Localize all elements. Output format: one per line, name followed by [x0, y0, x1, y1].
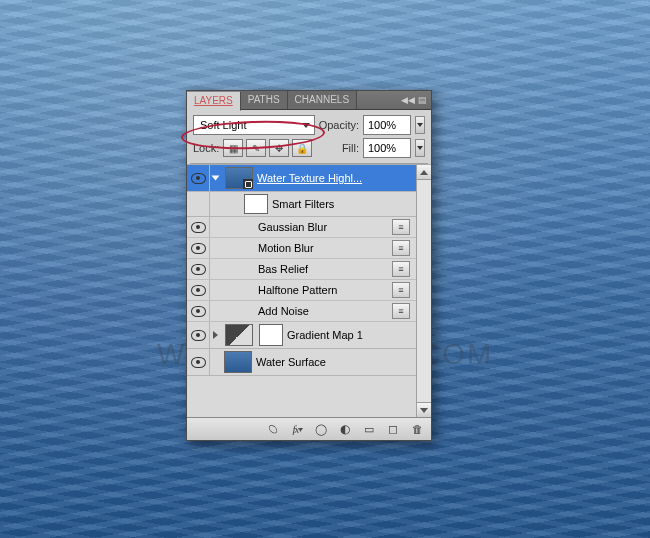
- filter-name: Motion Blur: [258, 242, 392, 254]
- filter-options-icon[interactable]: ≡: [392, 219, 410, 235]
- visibility-toggle[interactable]: [187, 280, 210, 300]
- layer-mask-thumbnail[interactable]: [259, 324, 283, 346]
- tab-paths[interactable]: PATHS: [241, 91, 288, 109]
- fill-flyout-icon[interactable]: [415, 139, 425, 157]
- filter-add-noise[interactable]: Add Noise ≡: [187, 301, 416, 322]
- layer-name[interactable]: Water Texture Highl...: [257, 172, 416, 184]
- fill-value: 100%: [368, 142, 396, 154]
- eye-icon: [191, 222, 206, 233]
- layer-thumbnail[interactable]: [225, 167, 253, 189]
- new-group-icon[interactable]: [359, 421, 379, 437]
- blend-mode-value: Soft Light: [200, 119, 246, 131]
- eye-icon: [191, 306, 206, 317]
- new-layer-icon[interactable]: [383, 421, 403, 437]
- opacity-input[interactable]: 100%: [363, 115, 411, 135]
- filter-options-icon[interactable]: ≡: [392, 282, 410, 298]
- opacity-value: 100%: [368, 119, 396, 131]
- lock-position-icon[interactable]: ✥: [269, 139, 289, 157]
- eye-icon: [191, 330, 206, 341]
- layer-name[interactable]: Water Surface: [256, 356, 416, 368]
- visibility-toggle[interactable]: [187, 301, 210, 321]
- link-layers-icon[interactable]: [263, 421, 283, 437]
- layer-thumbnail[interactable]: [224, 351, 252, 373]
- filter-name: Halftone Pattern: [258, 284, 392, 296]
- blend-mode-select[interactable]: Soft Light: [193, 115, 315, 135]
- blend-opacity-row: Soft Light Opacity: 100%: [187, 110, 431, 138]
- opacity-flyout-icon[interactable]: [415, 116, 425, 134]
- scroll-up-icon[interactable]: [417, 165, 431, 180]
- lock-transparency-icon[interactable]: ▦: [223, 139, 243, 157]
- layers-list: Water Texture Highl... Smart Filters Gau…: [187, 165, 416, 417]
- filter-options-icon[interactable]: ≡: [392, 261, 410, 277]
- smart-filters-header[interactable]: Smart Filters: [187, 192, 416, 217]
- eye-icon: [191, 173, 206, 184]
- lock-pixels-icon[interactable]: ✎: [246, 139, 266, 157]
- filter-options-icon[interactable]: ≡: [392, 240, 410, 256]
- layers-panel: LAYERS PATHS CHANNELS ◀◀ ▤ Soft Light Op…: [186, 90, 432, 441]
- layers-scrollbar[interactable]: [416, 165, 431, 417]
- scroll-track[interactable]: [417, 180, 431, 402]
- eye-icon: [191, 243, 206, 254]
- add-mask-icon[interactable]: [311, 421, 331, 437]
- visibility-toggle[interactable]: [187, 165, 210, 191]
- delete-layer-icon[interactable]: [407, 421, 427, 437]
- visibility-toggle[interactable]: [187, 192, 210, 216]
- filter-name: Gaussian Blur: [258, 221, 392, 233]
- tab-channels[interactable]: CHANNELS: [288, 91, 357, 109]
- filter-bas-relief[interactable]: Bas Relief ≡: [187, 259, 416, 280]
- adjustment-thumbnail[interactable]: [225, 324, 253, 346]
- smart-filters-mask-thumbnail[interactable]: [244, 194, 268, 214]
- scroll-down-icon[interactable]: [417, 402, 431, 417]
- visibility-toggle[interactable]: [187, 217, 210, 237]
- filter-options-icon[interactable]: ≡: [392, 303, 410, 319]
- expand-icon[interactable]: [213, 331, 218, 339]
- expand-icon[interactable]: [212, 176, 220, 181]
- dropdown-icon: [302, 123, 310, 128]
- lock-all-icon[interactable]: 🔒: [292, 139, 312, 157]
- layer-water-surface[interactable]: Water Surface: [187, 349, 416, 376]
- fill-label: Fill:: [342, 142, 359, 154]
- eye-icon: [191, 357, 206, 368]
- layer-name[interactable]: Gradient Map 1: [287, 329, 416, 341]
- panel-header: LAYERS PATHS CHANNELS ◀◀ ▤: [187, 91, 431, 110]
- filter-gaussian-blur[interactable]: Gaussian Blur ≡: [187, 217, 416, 238]
- visibility-toggle[interactable]: [187, 349, 210, 375]
- panel-menu-icon[interactable]: ◀◀ ▤: [401, 95, 429, 105]
- filter-name: Bas Relief: [258, 263, 392, 275]
- smart-filters-label: Smart Filters: [272, 198, 416, 210]
- visibility-toggle[interactable]: [187, 238, 210, 258]
- lock-fill-row: Lock: ▦ ✎ ✥ 🔒 Fill: 100%: [187, 138, 431, 163]
- filter-halftone-pattern[interactable]: Halftone Pattern ≡: [187, 280, 416, 301]
- layers-list-area: Water Texture Highl... Smart Filters Gau…: [187, 164, 431, 418]
- tab-layers[interactable]: LAYERS: [187, 91, 241, 111]
- visibility-toggle[interactable]: [187, 322, 210, 348]
- visibility-toggle[interactable]: [187, 259, 210, 279]
- eye-icon: [191, 285, 206, 296]
- layer-style-icon[interactable]: fx▾: [287, 421, 307, 437]
- smart-object-badge-icon: [243, 179, 253, 189]
- fill-input[interactable]: 100%: [363, 138, 411, 158]
- add-adjustment-icon[interactable]: [335, 421, 355, 437]
- opacity-label: Opacity:: [319, 119, 359, 131]
- filter-name: Add Noise: [258, 305, 392, 317]
- panel-bottom-bar: fx▾: [187, 418, 431, 440]
- filter-motion-blur[interactable]: Motion Blur ≡: [187, 238, 416, 259]
- layer-water-texture-highlights[interactable]: Water Texture Highl...: [187, 165, 416, 192]
- lock-label: Lock:: [193, 142, 219, 154]
- lock-icons: ▦ ✎ ✥ 🔒: [223, 139, 312, 157]
- layer-gradient-map-1[interactable]: Gradient Map 1: [187, 322, 416, 349]
- eye-icon: [191, 264, 206, 275]
